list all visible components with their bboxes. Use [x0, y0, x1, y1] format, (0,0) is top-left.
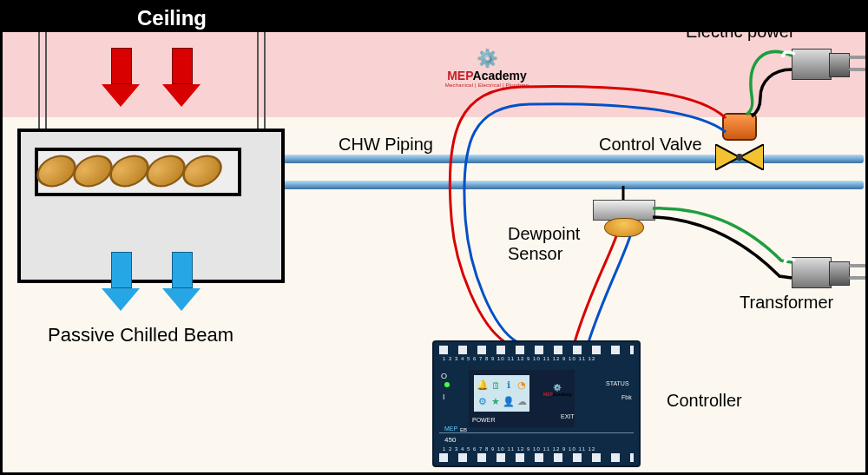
label-passive-chilled-beam: Passive Chilled Beam: [48, 324, 233, 346]
controller-brand-suffix: EB: [460, 427, 467, 432]
logo-prefix: MEP: [447, 69, 472, 82]
warm-air-arrow-1: [111, 48, 140, 107]
warm-air-arrow-2: [172, 48, 201, 107]
transformer-1-lead-a: [849, 56, 868, 59]
logo-suffix: Academy: [473, 69, 527, 82]
transformer-2: [792, 257, 832, 288]
transformer-2-lead-a: [849, 264, 868, 267]
screen-icon-cal[interactable]: 🗓: [490, 378, 501, 393]
controller-screen[interactable]: 🔔 🗓 ℹ ◔ ⚙ ★ 👤 ☁: [474, 375, 529, 412]
hanger-2b: [264, 32, 266, 132]
dewpoint-sensor-element: [604, 218, 644, 237]
controller-power-label: POWER: [472, 417, 495, 423]
controller-mini-logo: ⚙️ MEPAcademy: [543, 384, 572, 397]
controller-model: 450: [444, 436, 456, 444]
control-valve-actuator: [722, 113, 757, 141]
control-valve-body: [715, 144, 764, 170]
transformer-2-lead-b: [849, 276, 868, 280]
screen-icon-info[interactable]: ℹ: [503, 378, 515, 393]
label-dewpoint-sensor: Dewpoint Sensor: [508, 224, 580, 264]
controller-unit: 1 2 3 4 5 6 7 8 9 10 11 12 9 10 11 12 9 …: [432, 340, 641, 467]
mini-logo-prefix: MEP: [543, 392, 552, 397]
controller-exit-label: EXIT: [561, 413, 575, 419]
chw-pipe-return: [239, 181, 864, 189]
label-transformer: Transformer: [740, 293, 833, 313]
hanger-1: [38, 32, 40, 132]
screen-icon-cloud[interactable]: ☁: [516, 394, 527, 409]
cool-air-arrow-1: [111, 252, 140, 311]
controller-o-label: O: [441, 372, 447, 380]
controller-din-top: [439, 346, 634, 354]
controller-fbk-label: Fbk: [621, 394, 632, 400]
chw-pipe-supply: [239, 155, 864, 163]
screen-icon-chart[interactable]: ◔: [516, 378, 527, 393]
screen-icon-gear[interactable]: ⚙: [477, 394, 489, 409]
controller-bottom-numbers: 1 2 3 4 5 6 7 8 9 10 11 12 9 10 11 12 9 …: [443, 446, 595, 452]
controller-led: [444, 382, 450, 387]
controller-status-label: STATUS: [606, 380, 629, 386]
chilled-beam-coil: [35, 148, 241, 196]
label-electric-power: Electric power: [686, 22, 795, 42]
svg-marker-1: [740, 144, 764, 170]
controller-divider: [439, 432, 634, 433]
logo-subtitle: Mechanical | Electrical | Plumbing: [431, 82, 543, 88]
cool-air-arrow-2: [172, 252, 201, 311]
screen-icon-bell[interactable]: 🔔: [477, 378, 489, 393]
controller-brand-prefix: MEP: [444, 426, 457, 432]
label-controller: Controller: [667, 391, 742, 411]
mep-academy-logo: ⚙️ MEPAcademy Mechanical | Electrical | …: [431, 48, 543, 88]
mini-logo-suffix: Academy: [552, 392, 571, 397]
label-chw-piping: CHW Piping: [339, 135, 433, 155]
hanger-1b: [45, 32, 47, 132]
controller-top-numbers: 1 2 3 4 5 6 7 8 9 10 11 12 9 10 11 12 9 …: [443, 356, 595, 361]
controller-din-bottom: [439, 453, 634, 462]
transformer-1-lead-b: [849, 68, 868, 71]
screen-icon-user[interactable]: 👤: [503, 394, 515, 409]
svg-marker-0: [715, 144, 740, 170]
svg-point-2: [736, 154, 743, 161]
ceiling-title: Ceiling: [137, 6, 207, 30]
transformer-1: [792, 49, 832, 80]
controller-i-label: I: [443, 393, 445, 401]
gear-icon: ⚙️: [431, 48, 543, 69]
label-control-valve: Control Valve: [599, 135, 702, 155]
screen-icon-tool[interactable]: ★: [490, 394, 501, 409]
hanger-2: [257, 32, 259, 132]
